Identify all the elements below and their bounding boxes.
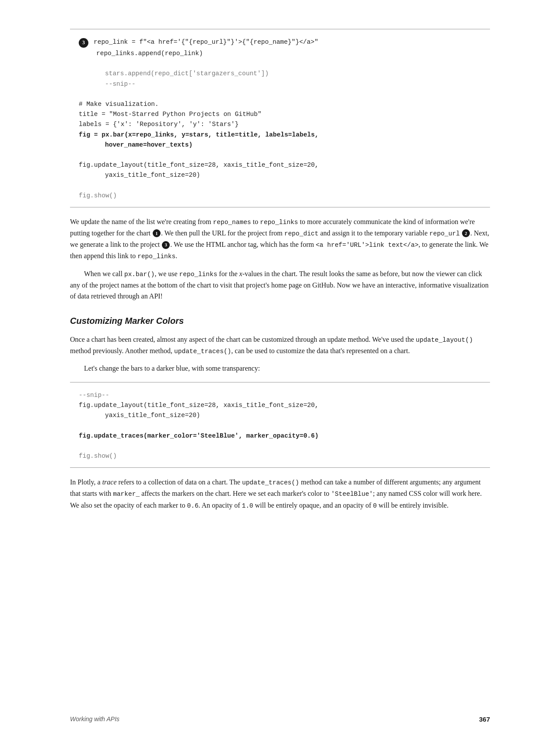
line-number-3: 3 [79,38,88,48]
code-line-fig: fig = px.bar(x=repo_links, y=stars, titl… [70,130,490,140]
code-line-blank2 [70,89,490,99]
code-line-yaxis1: yaxis_title_font_size=20) [70,170,490,180]
code-line-show2: fig.show() [70,451,490,461]
body-paragraph-5: In Plotly, a trace refers to a collectio… [70,477,490,511]
code-line-append: repo_links.append(repo_link) [70,49,490,59]
circle-3: 3 [162,241,170,249]
code-line-hover: hover_name=hover_texts) [70,140,490,150]
code-line-3-content: repo_link = f"<a href='{"{repo_url}"}'>{… [94,37,490,47]
code-block-2: --snip-- fig.update_layout(title_font_si… [70,382,490,468]
page: 3 repo_link = f"<a href='{"{repo_url}"}'… [0,0,560,740]
code-line-title: title = "Most-Starred Python Projects on… [70,109,490,119]
code-line-show1: fig.show() [70,191,490,201]
code-line-yaxis2: yaxis_title_font_size=20) [70,410,490,421]
code-line-update-layout1: fig.update_layout(title_font_size=28, xa… [70,160,490,170]
code-line-update-layout2: fig.update_layout(title_font_size=28, xa… [70,400,490,410]
code-line-labels: labels = {'x': 'Repository', 'y': 'Stars… [70,119,490,130]
circle-1: 1 [153,229,161,237]
code-line-update-traces: fig.update_traces(marker_color='SteelBlu… [70,431,490,441]
code-line-comment: # Make visualization. [70,99,490,109]
code-line-blank6 [70,441,490,451]
body-paragraph-1: We update the name of the list we're cre… [70,216,490,302]
circle-2: 2 [462,229,470,237]
footer-chapter-title: Working with APIs [70,715,119,724]
code-line-stars: stars.append(repo_dict['stargazers_count… [70,69,490,79]
body-paragraph-3: Once a chart has been created, almost an… [70,334,490,374]
code-line-snip2: --snip-- [70,390,490,400]
section-heading-marker-colors: Customizing Marker Colors [70,314,490,328]
code-block-1: 3 repo_link = f"<a href='{"{repo_url}"}'… [70,29,490,207]
code-line-blank5 [70,421,490,431]
page-footer: Working with APIs 367 [0,714,560,724]
code-line-blank3 [70,150,490,160]
code-line-blank4 [70,180,490,190]
code-line-blank1 [70,59,490,69]
footer-page-number: 367 [479,714,490,724]
code-line-snip1: --snip-- [70,79,490,89]
